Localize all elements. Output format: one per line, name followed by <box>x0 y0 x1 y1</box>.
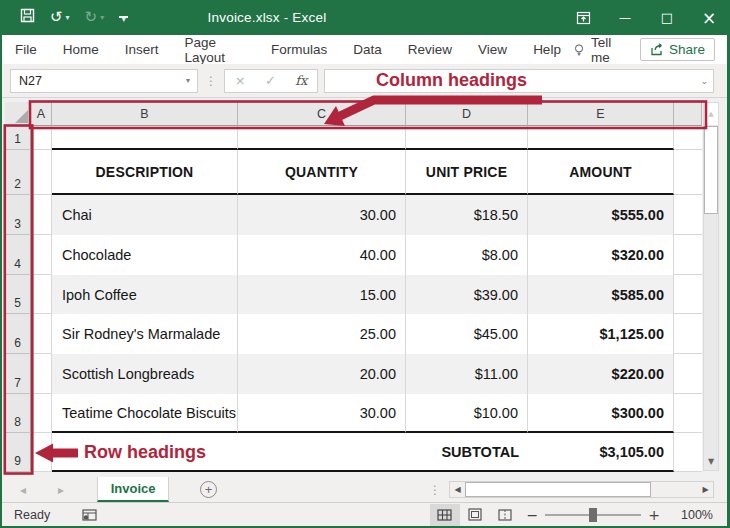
cell-quantity[interactable]: 25.00 <box>238 314 406 354</box>
sheet-nav-right-icon[interactable]: ▸ <box>58 483 64 497</box>
cell-description[interactable]: Sir Rodney's Marmalade <box>52 314 238 354</box>
cell-a8[interactable] <box>31 394 52 433</box>
row-header-8[interactable]: 8 <box>5 394 31 433</box>
tab-help[interactable]: Help <box>520 35 574 64</box>
cell-subtotal-value[interactable]: $3,105.00 <box>528 433 674 472</box>
cell-quantity[interactable]: 20.00 <box>238 354 406 394</box>
formula-input[interactable]: ⌄ <box>324 69 714 93</box>
cell-description[interactable]: Chai <box>52 195 238 235</box>
cell-description[interactable]: Teatime Chocolate Biscuits <box>52 394 238 433</box>
cell-amount[interactable]: $1,125.00 <box>528 314 674 354</box>
new-sheet-button[interactable]: + <box>200 481 217 498</box>
cell-amount[interactable]: $300.00 <box>528 394 674 433</box>
cell-quantity[interactable]: 15.00 <box>238 275 406 314</box>
maximize-button[interactable]: □ <box>646 0 688 35</box>
cell-unit-price[interactable]: $18.50 <box>406 195 528 235</box>
tab-home[interactable]: Home <box>50 35 112 64</box>
row-header-7[interactable]: 7 <box>5 354 31 394</box>
minimize-button[interactable]: — <box>604 0 646 35</box>
enter-icon[interactable]: ✓ <box>265 73 276 88</box>
scroll-right-icon[interactable]: ▶ <box>698 485 713 494</box>
ribbon-display-options-button[interactable] <box>562 0 604 35</box>
sheet-nav-left-icon[interactable]: ◂ <box>20 483 26 497</box>
cell-quantity[interactable]: 40.00 <box>238 235 406 275</box>
tab-view[interactable]: View <box>465 35 520 64</box>
zoom-in-button[interactable]: + <box>641 507 667 523</box>
tab-review[interactable]: Review <box>395 35 465 64</box>
tell-me-button[interactable]: Tell me <box>574 35 624 65</box>
cell-description[interactable]: Chocolade <box>52 235 238 275</box>
row-header-6[interactable]: 6 <box>5 314 31 354</box>
cell-quantity[interactable]: 30.00 <box>238 394 406 433</box>
macro-record-icon[interactable] <box>82 509 97 521</box>
cell-quantity-header[interactable]: QUANTITY <box>238 150 406 195</box>
column-header-b[interactable]: B <box>52 102 238 126</box>
page-layout-view-button[interactable] <box>460 504 490 526</box>
row-header-1[interactable]: 1 <box>5 126 31 150</box>
row-header-2[interactable]: 2 <box>5 150 31 195</box>
cell-quantity[interactable]: 30.00 <box>238 195 406 235</box>
cell-unit-price-header[interactable]: UNIT PRICE <box>406 150 528 195</box>
cell-a2[interactable] <box>31 150 52 195</box>
cell-unit-price[interactable]: $39.00 <box>406 275 528 314</box>
zoom-slider-thumb[interactable] <box>589 508 597 522</box>
cell-f9[interactable] <box>674 433 702 472</box>
tab-page-layout[interactable]: Page Layout <box>172 35 258 64</box>
scroll-left-icon[interactable]: ◀ <box>450 485 465 494</box>
zoom-out-button[interactable]: − <box>520 507 546 523</box>
tab-file[interactable]: File <box>2 35 50 64</box>
row-header-4[interactable]: 4 <box>5 235 31 275</box>
cell-amount[interactable]: $320.00 <box>528 235 674 275</box>
scroll-up-icon[interactable]: ▲ <box>704 103 718 125</box>
cell-f3[interactable] <box>674 195 702 235</box>
cell-amount[interactable]: $555.00 <box>528 195 674 235</box>
expand-formula-bar-icon[interactable]: ⌄ <box>700 76 708 86</box>
row-header-3[interactable]: 3 <box>5 195 31 235</box>
close-button[interactable]: × <box>688 0 730 35</box>
column-header-partial[interactable] <box>674 102 702 126</box>
cell-a9[interactable] <box>31 433 52 472</box>
horizontal-scrollbar[interactable]: ◀ ▶ <box>449 481 714 498</box>
horizontal-scrollbar-thumb[interactable] <box>465 482 651 497</box>
cell-b9[interactable] <box>52 433 238 472</box>
cell-f2[interactable] <box>674 150 702 195</box>
cell-a5[interactable] <box>31 275 52 314</box>
cell-description[interactable]: Ipoh Coffee <box>52 275 238 314</box>
zoom-level[interactable]: 100% <box>667 508 713 522</box>
cell-f5[interactable] <box>674 275 702 314</box>
cell-unit-price[interactable]: $45.00 <box>406 314 528 354</box>
cancel-icon[interactable]: × <box>235 73 246 88</box>
row-header-9[interactable]: 9 <box>5 433 31 472</box>
cell-a3[interactable] <box>31 195 52 235</box>
cell-b1[interactable] <box>52 126 238 150</box>
cell-amount[interactable]: $585.00 <box>528 275 674 314</box>
cell-c1[interactable] <box>238 126 406 150</box>
vertical-scrollbar[interactable]: ▲ ▼ <box>703 102 719 471</box>
cell-amount[interactable]: $220.00 <box>528 354 674 394</box>
cell-a7[interactable] <box>31 354 52 394</box>
cell-f7[interactable] <box>674 354 702 394</box>
tab-formulas[interactable]: Formulas <box>258 35 340 64</box>
column-header-d[interactable]: D <box>406 102 528 126</box>
insert-function-icon[interactable]: fx <box>295 73 307 88</box>
cell-unit-price[interactable]: $10.00 <box>406 394 528 433</box>
cell-subtotal-label[interactable]: SUBTOTAL <box>406 433 528 472</box>
sheet-tab-invoice[interactable]: Invoice <box>97 477 169 502</box>
cell-a4[interactable] <box>31 235 52 275</box>
cell-unit-price[interactable]: $8.00 <box>406 235 528 275</box>
scroll-down-icon[interactable]: ▼ <box>704 453 718 469</box>
cell-f1[interactable] <box>674 126 702 150</box>
zoom-slider[interactable] <box>545 514 641 516</box>
cell-amount-header[interactable]: AMOUNT <box>528 150 674 195</box>
page-break-preview-button[interactable] <box>490 504 520 526</box>
vertical-scrollbar-thumb[interactable] <box>704 126 718 214</box>
row-header-5[interactable]: 5 <box>5 275 31 314</box>
name-box[interactable]: N27 ▾ <box>10 69 198 93</box>
column-header-c[interactable]: C <box>238 102 406 126</box>
column-header-a[interactable]: A <box>31 102 52 126</box>
name-box-dropdown-icon[interactable]: ▾ <box>186 76 190 85</box>
share-button[interactable]: Share <box>640 38 715 61</box>
cell-f8[interactable] <box>674 394 702 433</box>
cell-c9[interactable] <box>238 433 406 472</box>
cell-a1[interactable] <box>31 126 52 150</box>
